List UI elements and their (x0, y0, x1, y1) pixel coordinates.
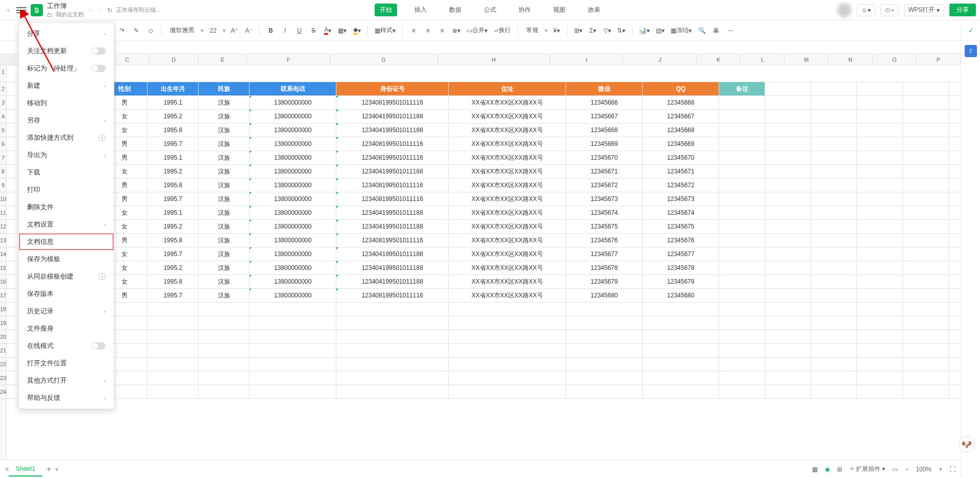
data-cell[interactable]: 13800000000 (250, 289, 336, 302)
fill-color-icon[interactable]: ◆▾ (351, 24, 362, 37)
empty-cell[interactable] (643, 344, 719, 357)
data-cell[interactable]: 12345667 (566, 110, 643, 123)
empty-cell[interactable] (765, 137, 811, 150)
number-format-select[interactable]: 常规 (523, 24, 542, 37)
menu-item-其他方式打开[interactable]: 其他方式打开› (19, 372, 114, 389)
empty-cell[interactable] (765, 192, 811, 206)
empty-cell[interactable] (811, 385, 857, 398)
data-cell[interactable]: 13800000000 (250, 234, 336, 247)
favorite-icon[interactable]: ♡ (97, 7, 103, 14)
empty-cell[interactable] (336, 330, 449, 343)
empty-cell[interactable] (199, 316, 250, 330)
data-cell[interactable]: 汉族 (199, 261, 250, 274)
print-icon[interactable]: 🖶 (710, 24, 722, 37)
empty-cell[interactable] (811, 220, 857, 233)
col-header-J[interactable]: J (623, 54, 697, 65)
row-header-11[interactable]: 11 (0, 206, 6, 220)
empty-cell[interactable] (857, 82, 903, 95)
freeze-button[interactable]: ▦ 冻结▾ (669, 24, 693, 37)
empty-cell[interactable] (765, 344, 811, 357)
zoom-level[interactable]: 100% (916, 466, 932, 473)
align-right-icon[interactable]: ≡ (436, 24, 448, 37)
empty-cell[interactable] (903, 358, 949, 371)
empty-cell[interactable] (148, 303, 199, 316)
empty-cell[interactable] (857, 96, 903, 109)
empty-cell[interactable] (949, 110, 961, 123)
data-cell[interactable]: 1995.1 (148, 151, 199, 164)
row-header-23[interactable]: 23 (0, 371, 6, 385)
data-cell[interactable]: 汉族 (199, 220, 250, 233)
font-name-select[interactable]: 微软雅黑 (167, 24, 198, 37)
notification-button[interactable]: ☺▾ (856, 4, 875, 16)
bold-button[interactable]: B (265, 24, 276, 37)
empty-cell[interactable] (449, 344, 566, 357)
empty-cell[interactable] (765, 82, 811, 95)
header-cell-微信[interactable]: 微信 (566, 82, 643, 95)
empty-cell[interactable] (857, 316, 903, 330)
row-header-13[interactable]: 13 (0, 234, 6, 247)
col-header-E[interactable]: E (199, 54, 248, 65)
data-cell[interactable]: 1995.2 (148, 220, 199, 233)
empty-cell[interactable] (449, 330, 566, 343)
empty-cell[interactable] (148, 371, 199, 385)
empty-cell[interactable] (903, 247, 949, 261)
menu-item-打开文件位置[interactable]: 打开文件位置 (19, 355, 114, 372)
redo-icon[interactable]: ↷ (116, 24, 128, 37)
menu-item-标记为「待处理」[interactable]: 标记为「待处理」 (19, 60, 114, 77)
empty-cell[interactable] (336, 358, 449, 371)
empty-cell[interactable] (949, 96, 961, 109)
data-cell[interactable]: 1995.1 (148, 206, 199, 219)
empty-cell[interactable] (811, 192, 857, 206)
empty-cell[interactable] (949, 206, 961, 219)
data-cell[interactable]: 123404199501011188 (336, 275, 449, 288)
font-increase-icon[interactable]: A⁺ (229, 24, 240, 37)
empty-cell[interactable] (949, 289, 961, 302)
data-cell[interactable]: 12345680 (566, 289, 643, 302)
data-cell[interactable]: 13800000000 (250, 261, 336, 274)
empty-cell[interactable] (811, 206, 857, 219)
data-cell[interactable]: 汉族 (199, 151, 250, 164)
data-cell[interactable]: 12345671 (566, 165, 643, 178)
data-cell[interactable] (719, 234, 765, 247)
empty-cell[interactable] (566, 371, 643, 385)
row-header-15[interactable]: 15 (0, 261, 6, 275)
zoom-in-button[interactable]: + (939, 466, 942, 473)
search-icon[interactable]: 🔍 (696, 24, 707, 37)
data-cell[interactable]: 汉族 (199, 234, 250, 247)
empty-cell[interactable] (857, 110, 903, 123)
row-header-19[interactable]: 19 (0, 316, 6, 330)
fullscreen-icon[interactable]: ⛶ (949, 466, 955, 473)
empty-cell[interactable] (857, 344, 903, 357)
strike-button[interactable]: S (308, 24, 319, 37)
data-cell[interactable]: XX省XX市XX区XX路XX号 (449, 192, 566, 206)
empty-cell[interactable] (903, 303, 949, 316)
data-cell[interactable]: XX省XX市XX区XX路XX号 (449, 247, 566, 261)
empty-cell[interactable] (949, 344, 961, 357)
data-cell[interactable]: XX省XX市XX区XX路XX号 (449, 137, 566, 150)
empty-cell[interactable] (811, 371, 857, 385)
data-cell[interactable]: 汉族 (199, 179, 250, 192)
empty-cell[interactable] (903, 344, 949, 357)
col-header-L[interactable]: L (741, 54, 785, 65)
header-cell-住址[interactable]: 住址 (449, 82, 566, 95)
menu-item-导出为[interactable]: 导出为› (19, 146, 114, 164)
empty-cell[interactable] (811, 247, 857, 261)
data-cell[interactable]: 12345677 (643, 247, 719, 261)
data-cell[interactable]: 1995.2 (148, 261, 199, 274)
menu-item-添加快捷方式到[interactable]: 添加快捷方式到i (19, 129, 114, 146)
empty-cell[interactable] (811, 82, 857, 95)
empty-cell[interactable] (857, 385, 903, 398)
col-header-G[interactable]: G (330, 54, 438, 65)
underline-button[interactable]: U (293, 24, 305, 37)
empty-cell[interactable] (903, 330, 949, 343)
empty-cell[interactable] (250, 330, 336, 343)
data-cell[interactable]: 123408199501011116 (336, 289, 449, 302)
data-cell[interactable] (719, 261, 765, 274)
empty-cell[interactable] (811, 137, 857, 150)
menu-item-历史记录[interactable]: 历史记录› (19, 303, 114, 320)
empty-cell[interactable] (949, 385, 961, 398)
wps-open-button[interactable]: WPS打开 ▾ (904, 4, 944, 16)
zoom-out-button[interactable]: − (905, 466, 909, 473)
empty-cell[interactable] (765, 110, 811, 123)
menu-item-打印[interactable]: 打印 (19, 181, 114, 198)
